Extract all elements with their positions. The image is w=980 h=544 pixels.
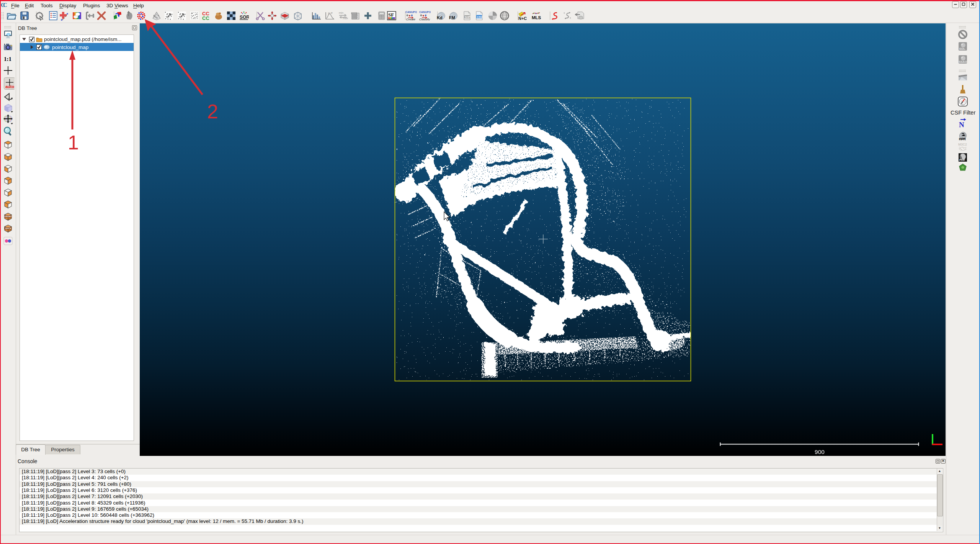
svg-text:auto: auto (5, 84, 15, 89)
svg-text:Classify: Classify (419, 18, 430, 21)
svg-text:900: 900 (815, 449, 825, 455)
svg-text:CC: CC (202, 15, 209, 21)
svg-text:N+C: N+C (518, 16, 527, 21)
svg-text:CANUPO: CANUPO (405, 11, 417, 13)
svg-text:N: N (959, 121, 964, 128)
svg-text:Kd: Kd (437, 15, 443, 20)
svg-text:SOR: SOR (240, 15, 249, 20)
svg-text:SF: SF (388, 12, 394, 18)
svg-text:FM: FM (449, 15, 455, 20)
svg-text:PCV: PCV (959, 158, 965, 162)
svg-text:SHP: SHP (465, 16, 470, 18)
svg-text:M3C2: M3C2 (958, 143, 967, 146)
svg-text:min: min (339, 11, 343, 15)
svg-text:Create: Create (406, 18, 416, 21)
svg-text:HPR: HPR (959, 137, 966, 141)
svg-text:BACK: BACK (5, 227, 11, 229)
svg-text:C: C (3, 2, 7, 8)
svg-text:CSV: CSV (477, 15, 483, 19)
svg-text:MLS: MLS (532, 15, 541, 20)
svg-text:EDL: EDL (959, 47, 965, 51)
svg-text:1:1: 1:1 (4, 56, 11, 62)
svg-text:FRONT: FRONT (5, 215, 12, 218)
svg-text:SSAO: SSAO (959, 60, 967, 64)
svg-text:CANUPO: CANUPO (419, 11, 431, 13)
